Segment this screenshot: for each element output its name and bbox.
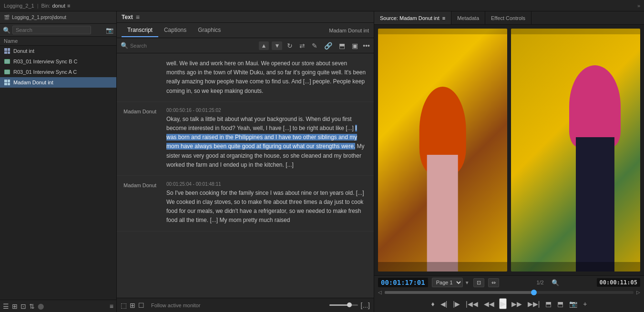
add-to-timeline-button[interactable]: + [582,299,588,309]
text-panel-menu-icon[interactable]: ≡ [136,13,140,21]
bin-name: donut [52,3,65,9]
timeline-scrubber[interactable] [385,291,634,294]
segment-text-2: So I've been cooking for the family sinc… [166,189,367,225]
text-panel-title: Text [122,14,133,20]
search-prev-button[interactable]: ▲ [259,41,269,50]
volume-fill [329,304,349,306]
frame-icon-button[interactable]: ⬚ [121,302,127,309]
right-panel: Source: Madam Donut int ≡ Metadata Effec… [374,11,644,312]
export-frame-button[interactable]: 📷 [568,299,578,309]
timecode-display[interactable]: 00:01:17:01 [378,278,428,287]
export-button[interactable]: ⬒ [337,41,347,50]
zoom-icon[interactable]: 🔍 [552,279,559,286]
main-layout: 🎬 Logging_2_1.prproj\donut 🔍 📷 Name [0,11,644,312]
step-back-button[interactable]: ◀◀ [483,299,495,309]
volume-slider[interactable] [329,304,358,306]
search-input[interactable] [12,26,91,34]
text-panel-header: Text ≡ [117,11,374,23]
search-bar-container: 🔍 📷 [0,24,116,37]
volume-knob[interactable] [347,302,352,307]
edit-button[interactable]: ✎ [310,41,319,50]
split-icon-button[interactable]: ⊞ [130,302,135,309]
transcript-segment-2: Madam Donut 00:01:25:04 - 00:01:48:11 So… [117,176,374,231]
body-1 [427,155,458,272]
fit-button[interactable]: ⊡ [473,278,484,287]
transcript-search-input[interactable] [130,43,256,49]
checkbox-button[interactable]: ☐ [138,302,144,309]
timecode-bar: 00:01:17:01 Page 1 Page 2 ▼ ⊡ ⇔ 1/2 🔍 00… [378,278,640,287]
tab-metadata[interactable]: Metadata [451,11,485,24]
preview-thumb-left[interactable] [378,29,507,272]
expand-icon[interactable]: » [637,3,640,9]
file-item-donut-int[interactable]: Donut int [0,46,116,56]
transcript-bracket-button[interactable]: [...] [361,302,370,309]
project-header: 🎬 Logging_2_1.prproj\donut [0,11,116,24]
in-point-icon: ◁ [378,290,382,295]
left-panel: 🎬 Logging_2_1.prproj\donut 🔍 📷 Name [0,11,117,312]
insert-button[interactable]: ⬒ [544,299,552,309]
name-column-header: Name [0,37,116,46]
playback-bar: ♦ ◀| |▶ |◀◀ ◀◀ ▶ ▶▶ ▶▶| ⬒ ⬒ 📷 + [378,297,640,310]
tab-captions[interactable]: Captions [158,24,192,37]
go-to-out-button[interactable]: ▶▶| [527,299,541,309]
toolbar-search-area: 🔍 [121,42,256,49]
play-button[interactable]: ▶ [499,298,507,309]
freeform-button[interactable]: ⊡ [20,302,26,310]
file-item-madam-donut[interactable]: Madam Donut int [0,77,116,88]
bin-menu-icon[interactable]: ≡ [67,3,70,9]
left-bottom-bar: ☰ ⊞ ⊡ ⇅ ⬤ ≡ [0,300,116,312]
body-2 [576,137,614,272]
top-bar: Logging_2_1 | Bin: donut ≡ » [0,0,644,11]
list-view-button[interactable]: ☰ [3,302,9,310]
sync-button[interactable]: ⇄ [297,41,307,50]
step-forward-button[interactable]: ▶▶ [511,299,523,309]
segment-timecode-1: 00:00:50:16 - 00:01:25:02 [166,108,367,113]
link-button[interactable]: 🔗 [322,41,334,50]
camera-icon[interactable]: 📷 [106,27,113,34]
toolbar-more-menu[interactable]: ••• [363,42,370,50]
tab-effect-controls[interactable]: Effect Controls [485,11,532,24]
center-panel: Text ≡ Transcript Captions Graphics Mada… [117,11,374,312]
refresh-button[interactable]: ↻ [285,41,295,50]
file-name: Donut int [13,48,34,54]
file-item-r03-sync-a[interactable]: R03_01 Interview Sync A C [0,67,116,77]
in-point-button[interactable]: ◀| [440,299,449,309]
project-title: Logging_2_1 [4,3,34,9]
out-point-button[interactable]: |▶ [452,299,461,309]
tab-transcript[interactable]: Transcript [122,24,158,37]
page-select-dropdown[interactable]: Page 1 Page 2 [432,278,463,287]
tab-graphics[interactable]: Graphics [192,24,226,37]
transcript-content[interactable]: well. We live and work here on Maui. We … [117,53,374,298]
grid-view-button[interactable]: ⊞ [12,302,18,310]
expand-fit-button[interactable]: ⇔ [488,278,499,287]
file-type-icon-film [4,69,10,75]
figure-silhouette-1 [404,77,481,272]
file-name: R03_01 Interview Sync B C [13,59,78,64]
circle-icon: ⬤ [38,303,44,310]
caption-button[interactable]: ▣ [350,41,360,50]
search-icon[interactable]: 🔍 [3,27,10,34]
metadata-tab-label: Metadata [457,15,479,21]
highlight-text: I was born and raised in the Philippines… [166,125,357,150]
add-marker-button[interactable]: ♦ [430,299,436,309]
figure-silhouette-2 [562,65,627,272]
preview-thumb-right[interactable] [511,29,640,272]
clip-name-label: Madam Donut int [329,28,369,33]
search-next-button[interactable]: ▼ [272,41,282,50]
top-bar-separator: | [37,3,39,9]
file-item-r03-sync-b[interactable]: R03_01 Interview Sync B C [0,56,116,67]
duration-display: 00:00:11:05 [597,278,640,287]
sort-button[interactable]: ⇅ [29,302,35,310]
chevron-down-icon: ▼ [465,280,470,285]
segment-content-1: 00:00:50:16 - 00:01:25:02 Okay, so talk … [166,108,367,170]
transcript-toolbar: 🔍 ▲ ▼ ↻ ⇄ ✎ 🔗 ⬒ ▣ ••• [117,38,374,53]
timeline-row: ◁ ▷ [378,289,640,296]
effect-controls-tab-label: Effect Controls [491,15,525,21]
overwrite-button[interactable]: ⬒ [556,299,564,309]
source-tab-menu-icon[interactable]: ≡ [442,15,445,21]
hamburger-button[interactable]: ≡ [110,302,113,310]
toolbar-search-icon: 🔍 [121,42,128,49]
tab-source-monitor[interactable]: Source: Madam Donut int ≡ [374,11,451,24]
timeline-playhead[interactable] [531,290,537,295]
go-to-in-button[interactable]: |◀◀ [465,299,479,309]
